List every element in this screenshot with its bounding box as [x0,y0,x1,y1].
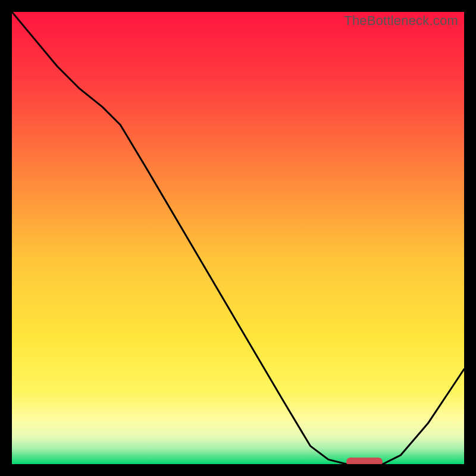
watermark-label: TheBottleneck.com [344,13,458,29]
plot-area: TheBottleneck.com [12,12,464,464]
bottleneck-chart [12,12,464,464]
chart-frame: TheBottleneck.com [0,0,476,476]
optimal-marker [346,458,383,464]
gradient-background [12,12,464,464]
